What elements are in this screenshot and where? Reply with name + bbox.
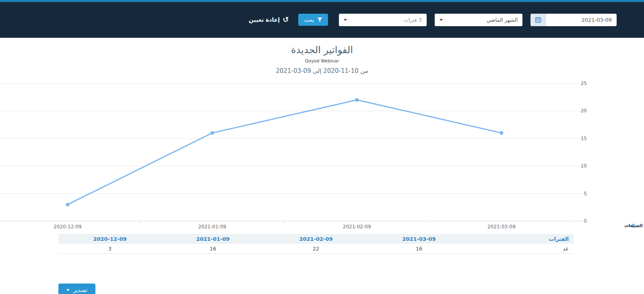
table-header-label: الفترات <box>471 234 574 244</box>
table-header-date: 2021-01-09 <box>161 234 264 244</box>
chart-date-range: من 10-11-2020 إلى 09-03-2021 <box>0 67 644 75</box>
y-axis-label: 20 <box>581 108 587 114</box>
table-header-date: 2021-03-09 <box>367 234 471 244</box>
table-value-cell: 3 <box>58 244 161 253</box>
filter-bar: 2021-03-09 الشهر الماضي 3 فترات بحث <box>0 2 644 38</box>
export-button[interactable]: تصدير <box>58 284 95 294</box>
line-chart: 05101520252020-12-092021-01-092021-02-09… <box>0 80 644 234</box>
search-button-label: بحث <box>304 17 314 23</box>
date-picker[interactable]: 2021-03-09 <box>530 14 617 26</box>
series-line <box>68 100 502 205</box>
reset-label: إعادة تعيين <box>249 17 280 23</box>
x-axis-label: 2021-03-09 <box>487 224 516 230</box>
table-value-cell: 16 <box>161 244 264 253</box>
x-axis-label: 2021-02-09 <box>343 224 371 230</box>
y-axis-label: 5 <box>584 191 587 197</box>
caret-down-icon <box>344 19 347 21</box>
reset-icon: ↺ <box>283 16 289 23</box>
caret-down-icon <box>66 289 70 291</box>
caret-down-icon <box>440 19 443 21</box>
chart-subtitle: Qoyod Webinar <box>0 58 644 64</box>
chart-title: الفواتير الجديدة <box>0 44 644 56</box>
table-row: عد1622163 <box>58 244 574 254</box>
export-button-label: تصدير <box>73 287 87 293</box>
reset-button[interactable]: ↺ إعادة تعيين <box>249 16 289 23</box>
data-point[interactable] <box>500 131 503 135</box>
intervals-select[interactable]: 3 فترات <box>339 14 427 26</box>
filter-icon <box>317 17 322 22</box>
search-button[interactable]: بحث <box>298 14 328 26</box>
y-axis-label: 10 <box>581 163 587 169</box>
x-axis-label: 2021-01-09 <box>198 224 226 230</box>
intervals-select-value: 3 فترات <box>403 17 422 23</box>
y-axis-label: 15 <box>581 136 587 141</box>
data-point[interactable] <box>66 203 70 206</box>
table-header-row: الفترات2021-03-092021-02-092021-01-09202… <box>58 234 574 244</box>
table-row-label: عد <box>471 244 574 253</box>
data-point[interactable] <box>211 131 214 135</box>
period-select[interactable]: الشهر الماضي <box>435 14 522 26</box>
y-axis-label: 25 <box>581 81 587 86</box>
calendar-addon[interactable] <box>530 14 546 26</box>
period-select-value: الشهر الماضي <box>487 17 518 23</box>
data-point[interactable] <box>355 98 359 102</box>
export-area: تصدير <box>58 284 95 294</box>
table-value-cell: 22 <box>264 244 367 253</box>
date-input[interactable]: 2021-03-09 <box>546 14 617 26</box>
table-header-date: 2020-12-09 <box>58 234 161 244</box>
x-axis-label: 2020-12-09 <box>54 224 82 230</box>
table-header-date: 2021-02-09 <box>264 234 367 244</box>
table-value-cell: 16 <box>367 244 471 253</box>
chart-header: الفواتير الجديدة Qoyod Webinar من 10-11-… <box>0 44 644 75</box>
legend-label[interactable]: فواتير المبيعات <box>624 223 644 228</box>
calendar-icon <box>535 17 541 23</box>
summary-table: الفترات2021-03-092021-02-092021-01-09202… <box>58 234 574 254</box>
